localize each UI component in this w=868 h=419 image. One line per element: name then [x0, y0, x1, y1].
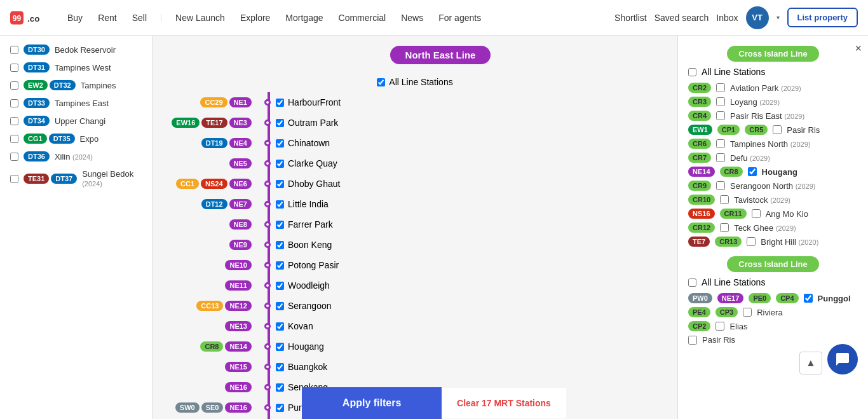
nav-saved-search[interactable]: Saved search	[654, 13, 709, 23]
badge-ne11: NE11	[225, 280, 252, 291]
station-info-hougang: Hougang	[276, 341, 324, 352]
checkbox-cr9[interactable]	[716, 181, 725, 190]
checkbox-cr13[interactable]	[747, 237, 756, 246]
station-checkbox-clarkequay[interactable]	[276, 160, 284, 168]
logo[interactable]: 99 .co	[10, 8, 48, 27]
checkbox-cr12[interactable]	[720, 223, 729, 232]
checkbox-cr11[interactable]	[752, 209, 761, 218]
nav-explore[interactable]: Explore	[234, 9, 276, 27]
station-checkbox-chinatown[interactable]	[276, 139, 284, 148]
checkbox-cp4[interactable]	[804, 294, 813, 303]
checkbox-cp2[interactable]	[715, 322, 724, 331]
nav-rent[interactable]: Rent	[92, 9, 123, 27]
list-item: DT31 Tampines West	[0, 58, 152, 76]
station-checkbox[interactable]	[10, 64, 18, 72]
nav-sell[interactable]: Sell	[126, 9, 153, 27]
badges-punggol: SW0 SE0 NE16	[163, 402, 252, 413]
nel-dot	[264, 120, 271, 126]
station-info-outrampark: Outram Park	[276, 118, 338, 128]
apply-filters-button[interactable]: Apply filters	[302, 387, 442, 419]
station-name: Xilin (2024)	[55, 152, 93, 161]
station-label-boonkeng: Boon Keng	[288, 240, 332, 250]
station-info-buangkok: Buangkok	[276, 362, 327, 372]
badges-ne8: NE8	[163, 219, 252, 230]
map-row-ne13: NE13 Kovan	[163, 316, 667, 336]
nav-commercial[interactable]: Commercial	[332, 9, 393, 27]
station-checkbox-dhobyghaut[interactable]	[276, 180, 284, 188]
avatar[interactable]: VT	[746, 6, 769, 29]
station-checkbox[interactable]	[10, 135, 18, 143]
station-checkbox-punggol[interactable]	[276, 404, 284, 412]
checkbox-cr4[interactable]	[716, 111, 725, 120]
badge-ne4: NE4	[229, 138, 252, 148]
nel-dot	[264, 99, 271, 106]
nav-shortlist[interactable]: Shortlist	[614, 13, 647, 23]
nav-new-launch[interactable]: New Launch	[169, 9, 231, 27]
checkbox-cr8[interactable]	[748, 167, 757, 176]
checkbox-cr3[interactable]	[716, 97, 725, 106]
station-checkbox-littleindia[interactable]	[276, 200, 284, 209]
station-checkbox-kovan[interactable]	[276, 322, 284, 331]
station-checkbox[interactable]	[10, 99, 18, 107]
main-content: DT30 Bedok Reservoir DT31 Tampines West …	[0, 36, 868, 419]
station-checkbox[interactable]	[10, 81, 18, 90]
station-checkbox[interactable]	[10, 117, 18, 125]
station-checkbox-buangkok[interactable]	[276, 363, 284, 371]
checkbox-cr7[interactable]	[716, 153, 725, 162]
checkbox-cr6[interactable]	[716, 139, 725, 148]
station-checkbox-potongpasir[interactable]	[276, 261, 284, 270]
badge-ne8: NE8	[229, 219, 252, 230]
checkbox-cp3[interactable]	[743, 308, 752, 317]
chat-bubble-button[interactable]	[827, 344, 858, 374]
chevron-down-icon[interactable]: ▾	[776, 14, 780, 21]
station-checkbox-farrerpark[interactable]	[276, 221, 284, 229]
station-checkbox-boonkeng[interactable]	[276, 241, 284, 249]
checkbox-cr10[interactable]	[720, 195, 729, 204]
badge-te17: TE17	[201, 118, 227, 128]
nav-buy[interactable]: Buy	[61, 9, 89, 27]
label-cr8: Hougang	[762, 167, 797, 177]
scroll-top-button[interactable]: ▲	[799, 352, 822, 374]
checkbox-cr5[interactable]	[773, 125, 782, 134]
station-checkbox-sengkang[interactable]	[276, 383, 284, 392]
station-label-harbourfront: HarbourFront	[288, 97, 341, 107]
badge-ne9: NE9	[229, 240, 252, 250]
checkbox-cr2[interactable]	[716, 83, 725, 92]
crl2-all-stations-checkbox[interactable]	[688, 278, 696, 287]
station-checkbox[interactable]	[10, 175, 18, 183]
checkbox-pasirris2[interactable]	[688, 336, 697, 345]
clear-stations-button[interactable]: Clear 17 MRT Stations	[442, 388, 566, 418]
list-property-button[interactable]: List property	[787, 8, 858, 27]
nel-dot	[264, 221, 271, 228]
station-checkbox-woodleigh[interactable]	[276, 282, 284, 290]
badge-cr11-right: CR11	[720, 209, 747, 219]
nav-inbox[interactable]: Inbox	[716, 13, 738, 23]
nav-news[interactable]: News	[395, 9, 430, 27]
nel-all-stations-checkbox[interactable]	[377, 78, 385, 86]
nel-dot	[264, 140, 271, 146]
nel-dot	[264, 384, 271, 390]
nel-dot	[264, 242, 271, 248]
right-station-row-cr3: CR3 Loyang (2029)	[688, 95, 858, 109]
badge-dt19: DT19	[201, 138, 227, 148]
nav-for-agents[interactable]: For agents	[432, 9, 487, 27]
badge-cp4-right: CP4	[776, 293, 798, 303]
station-checkbox-outrampark[interactable]	[276, 119, 284, 127]
crl1-all-stations-checkbox[interactable]	[688, 68, 696, 76]
close-button[interactable]: ×	[855, 42, 862, 55]
station-checkbox-harbourfront[interactable]	[276, 99, 284, 107]
crl-header-2: Cross Island Line	[727, 256, 818, 272]
nav-mortgage[interactable]: Mortgage	[279, 9, 329, 27]
station-info-chinatown: Chinatown	[276, 138, 330, 148]
station-checkbox[interactable]	[10, 46, 18, 54]
crl2-all-stations-label: All Line Stations	[702, 277, 765, 287]
badge-dt33: DT33	[24, 98, 50, 108]
station-checkbox-hougang[interactable]	[276, 343, 284, 351]
nel-dot	[264, 181, 271, 187]
right-station-row-cp2: CP2 Elias	[688, 319, 858, 333]
label-cp2: Elias	[729, 322, 747, 331]
badge-ne12: NE12	[225, 301, 252, 311]
station-checkbox-serangoon[interactable]	[276, 302, 284, 310]
station-checkbox[interactable]	[10, 153, 18, 161]
station-label-kovan: Kovan	[288, 321, 313, 331]
